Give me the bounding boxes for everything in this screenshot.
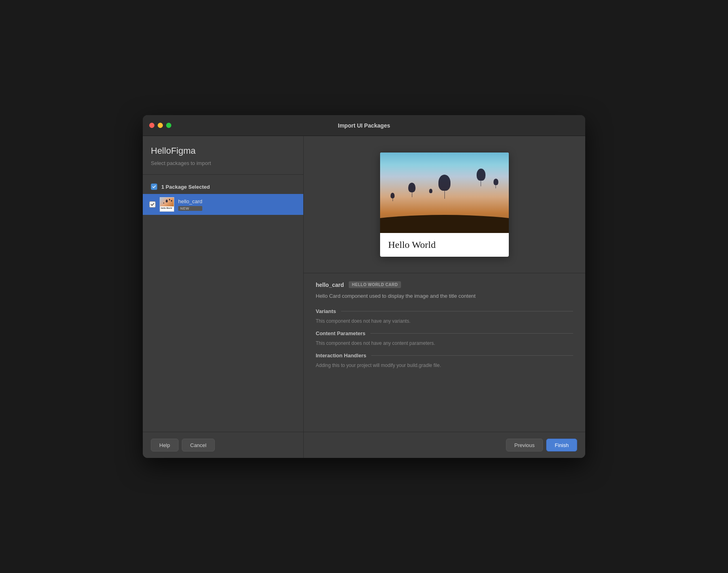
preview-area: Hello World (304, 136, 585, 273)
card-title: Hello World (380, 233, 509, 257)
help-button[interactable]: Help (151, 439, 179, 451)
detail-package-name: hello_card (316, 282, 344, 288)
sidebar-footer: Help Cancel (143, 432, 303, 458)
window-controls (149, 123, 171, 128)
section-divider (341, 311, 573, 311)
app-name: HelloFigma (151, 146, 295, 156)
cancel-button[interactable]: Cancel (182, 439, 215, 451)
window-title: Import UI Packages (338, 122, 390, 129)
interaction-header: Interaction Handlers (316, 352, 573, 359)
content-params-content: This component does not have any content… (316, 340, 573, 346)
item-name: hello_card (178, 198, 202, 204)
right-panel: Hello World hello_card HELLO WORLD CARD … (304, 136, 585, 458)
card-preview: Hello World (380, 153, 509, 257)
detail-tag: HELLO WORLD CARD (349, 281, 401, 288)
main-content: HelloFigma Select packages to import 1 P… (143, 136, 585, 458)
select-all-checkbox[interactable] (151, 183, 157, 190)
card-image (380, 153, 509, 233)
minimize-button[interactable] (158, 123, 163, 128)
detail-name-row: hello_card HELLO WORLD CARD (316, 281, 573, 288)
sidebar: HelloFigma Select packages to import 1 P… (143, 136, 304, 458)
item-info: hello_card NEW (178, 198, 202, 211)
detail-description: Hello Card component used to display the… (316, 292, 573, 300)
maximize-button[interactable] (166, 123, 171, 128)
section-divider-2 (370, 333, 573, 334)
variants-title: Variants (316, 308, 336, 314)
interaction-title: Interaction Handlers (316, 352, 366, 359)
bottom-bar: Previous Finish (304, 432, 585, 458)
item-thumbnail: Hello World (160, 197, 174, 212)
sidebar-subtitle: Select packages to import (151, 160, 295, 166)
variants-content: This component does not have any variant… (316, 318, 573, 324)
package-selected-row: 1 Package Selected (143, 179, 303, 194)
detail-area: hello_card HELLO WORLD CARD Hello Card c… (304, 273, 585, 432)
close-button[interactable] (149, 123, 154, 128)
dialog-window: Import UI Packages HelloFigma Select pac… (143, 115, 585, 458)
section-divider-3 (371, 355, 573, 356)
finish-button[interactable]: Finish (546, 439, 577, 451)
interaction-section: Interaction Handlers Adding this to your… (316, 352, 573, 368)
sidebar-header: HelloFigma Select packages to import (143, 136, 303, 174)
package-selected-label: 1 Package Selected (161, 184, 210, 190)
sidebar-divider (143, 174, 303, 175)
previous-button[interactable]: Previous (506, 439, 543, 451)
content-params-title: Content Parameters (316, 330, 366, 336)
interaction-content: Adding this to your project will modify … (316, 363, 573, 368)
content-params-header: Content Parameters (316, 330, 573, 336)
bottom-right: Previous Finish (506, 439, 577, 451)
content-params-section: Content Parameters This component does n… (316, 330, 573, 346)
package-list: Hello World hello_card NEW (143, 194, 303, 432)
list-item[interactable]: Hello World hello_card NEW (143, 194, 303, 215)
item-badge: NEW (178, 206, 202, 211)
item-checkbox[interactable] (149, 201, 156, 208)
variants-section: Variants This component does not have an… (316, 308, 573, 324)
variants-header: Variants (316, 308, 573, 314)
titlebar: Import UI Packages (143, 115, 585, 136)
